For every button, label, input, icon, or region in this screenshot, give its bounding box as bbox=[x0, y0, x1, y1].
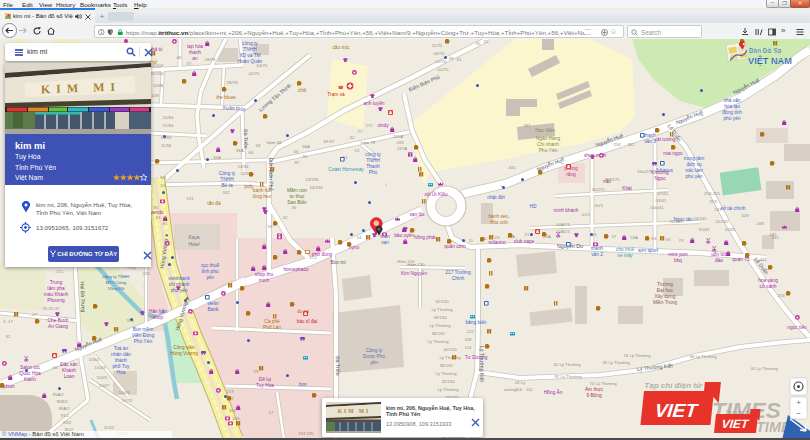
svg-text:VIỆT NAM: VIỆT NAM bbox=[748, 55, 792, 66]
svg-text:223: 223 bbox=[142, 271, 150, 276]
svg-text:63: 63 bbox=[652, 236, 657, 241]
svg-text:11: 11 bbox=[469, 238, 474, 243]
svg-text:ngọc tiến: ngọc tiến bbox=[787, 325, 807, 330]
svg-text:40/130: 40/130 bbox=[443, 347, 457, 352]
svg-text:Lý Thường: Lý Thường bbox=[435, 371, 457, 376]
svg-text:Phú: Phú bbox=[369, 170, 378, 175]
svg-text:xôi Út Kiều: xôi Út Kiều bbox=[424, 191, 448, 197]
svg-text:Bà Triệu: Bà Triệu bbox=[243, 129, 250, 149]
svg-text:11/94: 11/94 bbox=[161, 143, 172, 148]
svg-text:yên: yên bbox=[206, 275, 214, 280]
svg-text:69: 69 bbox=[666, 237, 671, 242]
svg-text:Dế lụi: Dế lụi bbox=[259, 377, 271, 382]
svg-text:05b/41: 05b/41 bbox=[650, 205, 664, 210]
svg-text:34: 34 bbox=[256, 143, 261, 148]
svg-text:Hồng Ân: Hồng Ân bbox=[544, 389, 563, 395]
svg-text:206: 206 bbox=[232, 416, 240, 421]
svg-text:nhà văn: nhà văn bbox=[723, 98, 740, 103]
svg-text:chili: chili bbox=[298, 88, 306, 93]
svg-text:Bún mềm: Bún mềm bbox=[133, 327, 154, 332]
svg-text:Lý Thường Kiệt: Lý Thường Kiệt bbox=[479, 346, 485, 382]
svg-text:14/94: 14/94 bbox=[161, 135, 172, 140]
svg-text:122: 122 bbox=[466, 329, 474, 334]
svg-text:cục thuế: cục thuế bbox=[201, 263, 219, 268]
svg-text:Lý Thường: Lý Thường bbox=[427, 339, 449, 344]
svg-text:XD và TM: XD và TM bbox=[239, 53, 260, 58]
svg-text:441: 441 bbox=[523, 123, 531, 128]
svg-text:cho thuê: cho thuê bbox=[616, 247, 635, 252]
svg-text:53: 53 bbox=[355, 148, 360, 153]
svg-text:bánh hỏi: bánh hỏi bbox=[253, 187, 271, 193]
svg-text:259-255: 259-255 bbox=[704, 191, 720, 196]
svg-text:06/70: 06/70 bbox=[434, 51, 445, 56]
svg-text:Thanh: Thanh bbox=[366, 164, 380, 169]
svg-text:66: 66 bbox=[53, 365, 58, 370]
svg-text:uốn tóc: uốn tóc bbox=[711, 252, 727, 257]
svg-text:Bản Đồ Số: Bản Đồ Số bbox=[749, 46, 781, 54]
svg-text:lòng heo: lòng heo bbox=[253, 194, 272, 199]
svg-text:phố Tuy: phố Tuy bbox=[112, 364, 130, 369]
svg-text:Hotel: Hotel bbox=[188, 242, 199, 247]
svg-text:thanh: thanh bbox=[644, 133, 656, 138]
svg-text:dịch vụ: dịch vụ bbox=[686, 162, 702, 167]
svg-text:242: 242 bbox=[222, 190, 230, 195]
svg-text:Phương: Phương bbox=[47, 298, 65, 303]
svg-text:86A: 86A bbox=[236, 148, 244, 153]
svg-text:Hẻm 130: Hẻm 130 bbox=[397, 259, 415, 264]
svg-text:33-35-37: 33-35-37 bbox=[42, 306, 60, 311]
svg-text:Lý Thường: Lý Thường bbox=[437, 387, 459, 392]
svg-text:KIM MI: KIM MI bbox=[41, 80, 122, 97]
svg-text:172: 172 bbox=[309, 255, 317, 260]
svg-text:bác sĩ đại: bác sĩ đại bbox=[297, 319, 318, 324]
svg-text:Khải: Khải bbox=[622, 186, 632, 191]
svg-text:an: an bbox=[192, 56, 198, 61]
svg-text:Kavin: Kavin bbox=[24, 377, 36, 382]
svg-text:hẻm 34: hẻm 34 bbox=[267, 140, 282, 145]
svg-text:74 Lý Thường: 74 Lý Thường bbox=[589, 381, 617, 386]
svg-text:MTV Cảng: MTV Cảng bbox=[106, 280, 127, 285]
svg-text:vietinbank: vietinbank bbox=[168, 276, 190, 281]
svg-text:Lý Thường: Lý Thường bbox=[431, 307, 453, 312]
svg-text:vietin: vietin bbox=[207, 301, 219, 306]
svg-text:48/130: 48/130 bbox=[431, 331, 445, 336]
svg-text:Học Viện: Học Viện bbox=[535, 128, 555, 133]
svg-text:30 Lý Thường: 30 Lý Thường bbox=[602, 360, 630, 365]
svg-text:28/78: 28/78 bbox=[205, 57, 216, 62]
svg-text:milanno: milanno bbox=[489, 240, 506, 245]
svg-text:hồng phát: hồng phát bbox=[414, 235, 436, 240]
svg-text:02/70: 02/70 bbox=[436, 59, 447, 64]
svg-text:66: 66 bbox=[249, 150, 254, 155]
svg-text:hóa lao: hóa lao bbox=[724, 104, 740, 109]
svg-text:Trung: Trung bbox=[50, 280, 63, 285]
svg-text:Xuân thủy: Xuân thủy bbox=[222, 104, 246, 112]
svg-text:←: ← bbox=[381, 180, 389, 187]
svg-text:95A/2: 95A/2 bbox=[52, 392, 64, 397]
svg-text:208/275: 208/275 bbox=[604, 177, 620, 182]
svg-text:100/9: 100/9 bbox=[119, 390, 130, 395]
svg-text:shop thu: shop thu bbox=[255, 272, 274, 277]
svg-text:công ty: công ty bbox=[365, 152, 381, 157]
svg-text:Ngọc: Ngọc bbox=[654, 176, 666, 181]
svg-text:04A/21: 04A/21 bbox=[556, 222, 570, 227]
svg-text:46: 46 bbox=[177, 55, 182, 60]
svg-text:Vũng Rô: Vũng Rô bbox=[108, 286, 125, 291]
svg-text:vạn: vạn bbox=[381, 240, 389, 245]
svg-text:cầu trúc: cầu trúc bbox=[332, 45, 350, 50]
svg-text:Bún mi: Bún mi bbox=[331, 260, 346, 265]
svg-text:HD: HD bbox=[530, 204, 537, 209]
svg-text:21/245: 21/245 bbox=[715, 219, 729, 224]
svg-text:the blues: the blues bbox=[216, 95, 236, 100]
svg-text:bảo uyên: bảo uyên bbox=[394, 233, 414, 238]
svg-text:9/4: 9/4 bbox=[160, 175, 167, 180]
svg-text:237A: 237A bbox=[397, 146, 407, 151]
svg-text:quán 75: quán 75 bbox=[732, 257, 750, 262]
svg-text:62/130: 62/130 bbox=[435, 299, 449, 304]
svg-text:249: 249 bbox=[756, 221, 764, 226]
svg-text:24: 24 bbox=[357, 235, 362, 240]
svg-text:−: − bbox=[796, 409, 801, 418]
svg-text:02A/21: 02A/21 bbox=[556, 229, 570, 234]
svg-text:08 Lý Thường: 08 Lý Thường bbox=[689, 354, 717, 359]
svg-text:Mầm non: Mầm non bbox=[287, 188, 307, 193]
svg-text:Chinh: Chinh bbox=[452, 276, 465, 281]
svg-text:Quốc Hòa: Quốc Hòa bbox=[19, 371, 41, 376]
